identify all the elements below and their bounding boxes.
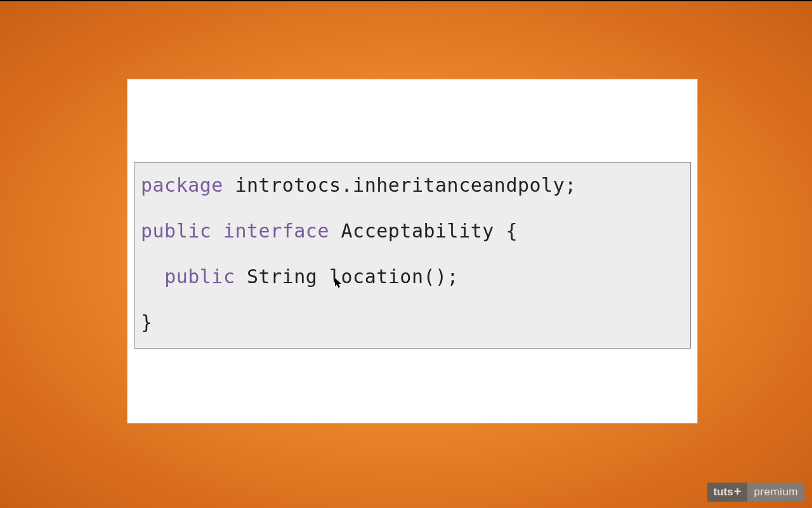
watermark-brand-text: tuts	[714, 486, 733, 498]
code-text: String location();	[235, 265, 459, 288]
code-text: Acceptability {	[329, 220, 518, 242]
watermark-brand: tuts+	[707, 483, 748, 502]
code-block: package introtocs.inheritanceandpoly; pu…	[134, 162, 691, 349]
brand-watermark: tuts+ premium	[707, 483, 804, 502]
plus-icon: +	[734, 485, 742, 499]
code-indent	[141, 265, 164, 288]
keyword-interface: interface	[223, 220, 329, 242]
watermark-tier-text: premium	[754, 486, 798, 498]
content-card: package introtocs.inheritanceandpoly; pu…	[127, 79, 698, 424]
code-text: introtocs.inheritanceandpoly;	[223, 174, 577, 196]
keyword-public: public	[164, 265, 235, 288]
slide-background: package introtocs.inheritanceandpoly; pu…	[0, 1, 812, 508]
keyword-public: public	[141, 220, 211, 242]
keyword-package: package	[141, 174, 223, 196]
watermark-tier: premium	[747, 483, 804, 502]
code-text: }	[141, 311, 153, 333]
